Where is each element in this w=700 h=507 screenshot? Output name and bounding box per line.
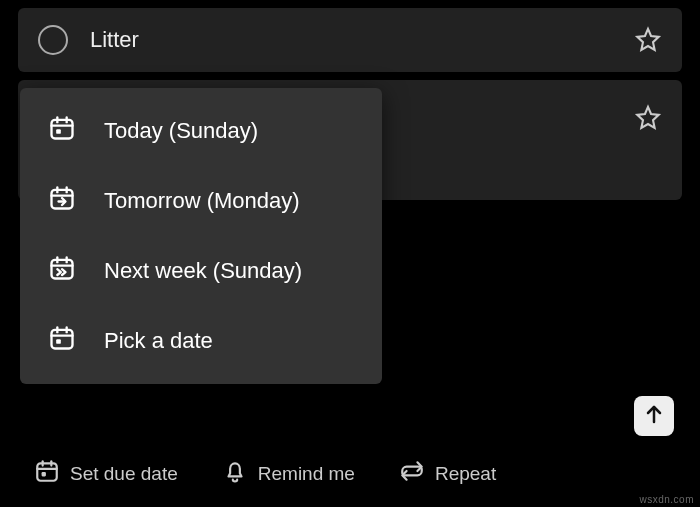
action-label: Repeat — [435, 463, 496, 485]
calendar-pick-icon — [48, 324, 76, 358]
star-icon[interactable] — [634, 104, 662, 132]
calendar-tomorrow-icon — [48, 184, 76, 218]
complete-toggle-circle[interactable] — [38, 25, 68, 55]
due-date-option-tomorrow[interactable]: Tomorrow (Monday) — [20, 166, 382, 236]
due-date-option-pick-date[interactable]: Pick a date — [20, 306, 382, 376]
svg-rect-0 — [52, 120, 73, 139]
set-due-date-button[interactable]: Set due date — [26, 454, 186, 493]
dropdown-item-label: Pick a date — [104, 328, 213, 354]
action-label: Remind me — [258, 463, 355, 485]
calendar-today-icon — [48, 114, 76, 148]
bell-icon — [222, 458, 248, 489]
dropdown-item-label: Next week (Sunday) — [104, 258, 302, 284]
task-title: Litter — [90, 27, 634, 53]
svg-rect-1 — [56, 129, 61, 134]
watermark-text: wsxdn.com — [639, 494, 694, 505]
dropdown-item-label: Tomorrow (Monday) — [104, 188, 300, 214]
star-icon[interactable] — [634, 26, 662, 54]
repeat-icon — [399, 458, 425, 489]
repeat-button[interactable]: Repeat — [391, 454, 504, 493]
submit-task-button[interactable] — [634, 396, 674, 436]
svg-rect-6 — [37, 463, 57, 480]
arrow-up-icon — [642, 402, 666, 430]
due-date-dropdown: Today (Sunday) Tomorrow (Monday) Next we… — [20, 88, 382, 384]
remind-me-button[interactable]: Remind me — [214, 454, 363, 493]
calendar-next-week-icon — [48, 254, 76, 288]
add-task-bar: Set due date Remind me Repeat — [18, 388, 682, 493]
calendar-icon — [34, 458, 60, 489]
task-row[interactable]: Litter — [18, 8, 682, 72]
action-label: Set due date — [70, 463, 178, 485]
due-date-option-next-week[interactable]: Next week (Sunday) — [20, 236, 382, 306]
svg-rect-7 — [42, 472, 46, 476]
dropdown-item-label: Today (Sunday) — [104, 118, 258, 144]
svg-rect-5 — [56, 339, 61, 344]
due-date-option-today[interactable]: Today (Sunday) — [20, 96, 382, 166]
svg-rect-4 — [52, 330, 73, 349]
